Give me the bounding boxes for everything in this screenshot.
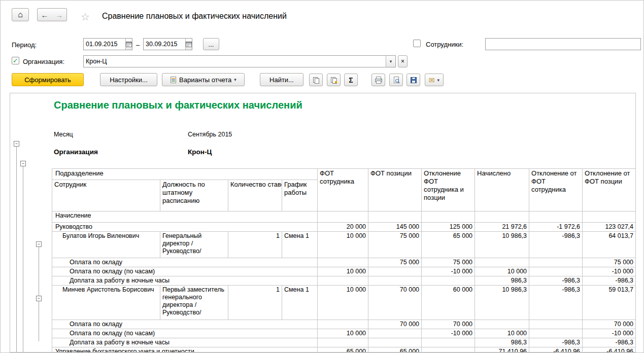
cell[interactable]: -986,3 [529,338,583,347]
cell[interactable]: 10 000 [318,286,368,320]
cell[interactable]: 75 000 [368,232,422,258]
cell[interactable]: 70 000 [583,320,636,329]
cell-department[interactable]: Управление бухгалтерского учета и отчетн… [52,347,318,353]
cell[interactable] [318,338,368,347]
save-button[interactable] [406,74,420,86]
cell[interactable]: -986,3 [583,276,636,286]
cell[interactable]: 70 000 [422,320,475,329]
cell-position[interactable]: Генеральный директор /Руководство/ [160,232,228,258]
cell[interactable]: 64 013,7 [583,232,636,258]
collapse-icon[interactable]: − [20,161,26,166]
col-header-schedule[interactable]: График работы [282,180,318,211]
cell[interactable]: 65 000 [318,347,368,353]
cell[interactable]: -10 000 [422,329,475,338]
cell[interactable]: 986,3 [475,338,529,347]
cell[interactable] [318,258,368,267]
col-header-employee[interactable]: Сотрудник [52,180,160,211]
collapse-icon[interactable]: − [36,241,42,247]
cell[interactable]: -986,3 [529,286,583,320]
period-more-button[interactable]: ... [203,38,219,50]
section-header-accrual[interactable]: Начисление [52,211,318,223]
col-header-accrued[interactable]: Начислено [475,169,529,211]
cell[interactable] [529,329,583,338]
cell[interactable]: -10 000 [583,267,636,276]
col-header-dev-from-fot-position[interactable]: Отклонение от ФОТ позции [583,169,636,211]
employees-input[interactable] [486,39,640,50]
cell-schedule[interactable]: Смена 1 [282,232,318,258]
cell-position[interactable]: Первый заместитель генерального директор… [160,286,228,320]
cell[interactable]: 10 986,3 [475,286,529,320]
cell[interactable]: 145 000 [368,223,422,232]
cell[interactable]: 125 000 [422,223,475,232]
organization-checkbox[interactable]: ✓ [12,57,19,64]
cell-accrual[interactable]: Доплата за работу в ночные часы [52,276,318,286]
cell[interactable] [318,320,368,329]
cell[interactable]: -6 410,96 [529,347,583,353]
date-from-calendar-button[interactable] [125,39,132,50]
find-button[interactable]: Найти... [260,73,303,86]
col-header-deviation-fot[interactable]: Отклонение ФОТ сотрудника и позции [422,169,475,211]
cell[interactable]: 10 000 [475,329,529,338]
cell[interactable]: -6 410,96 [583,347,636,353]
cell-accrual[interactable]: Оплата по окладу (по часам) [52,267,318,276]
back-button[interactable]: ← [37,8,52,21]
cell[interactable]: 123 027,4 [583,223,636,232]
generate-button[interactable]: Сформировать [12,73,84,86]
collapse-icon[interactable]: − [14,141,19,147]
cell-rate[interactable]: 1 [228,232,282,258]
cell-empty[interactable] [368,211,422,223]
settings-button[interactable]: Настройки... [100,73,157,86]
date-to-input[interactable] [144,39,185,50]
cell[interactable] [368,276,422,286]
organization-clear-button[interactable]: × [398,55,408,67]
col-header-fot-position[interactable]: ФОТ позиции [368,169,422,211]
cell[interactable] [529,320,583,329]
cell[interactable] [368,338,422,347]
cell[interactable] [529,258,583,267]
cell[interactable]: 65 000 [368,347,422,353]
cell-rate[interactable]: 1 [228,286,282,320]
cell-empty[interactable] [583,211,636,223]
cell[interactable] [422,338,475,347]
cell-accrual[interactable]: Оплата по окладу [52,258,318,267]
cell-empty[interactable] [529,211,583,223]
cell-empty[interactable] [422,211,475,223]
cell[interactable]: -986,3 [529,276,583,286]
cell[interactable]: 60 000 [422,286,475,320]
print-preview-button[interactable] [389,74,403,86]
col-header-department[interactable]: Подразделение [52,169,318,180]
cell[interactable]: -986,3 [529,232,583,258]
cell-schedule[interactable]: Смена 1 [282,286,318,320]
col-header-fot-employee[interactable]: ФОТ сотрудника [318,169,368,211]
copy-button[interactable] [309,74,323,86]
cell-accrual[interactable]: Оплата по окладу [52,320,318,329]
cell[interactable] [318,276,368,286]
cell[interactable]: 10 986,3 [475,232,529,258]
cell-empty[interactable] [318,211,368,223]
col-header-position[interactable]: Должность по штатному расписанию [160,180,228,211]
favorites-star-icon[interactable]: ☆ [81,11,90,23]
cell[interactable]: 75 000 [422,258,475,267]
organization-dropdown-button[interactable]: ▾ [386,56,395,67]
cell[interactable]: 10 000 [318,267,368,276]
cell-employee[interactable]: Минчев Аристотель Борисович [52,286,160,320]
cell[interactable]: 75 000 [368,258,422,267]
forward-button[interactable]: → [52,8,67,21]
cell[interactable]: 20 000 [318,223,368,232]
cell[interactable]: 70 000 [368,320,422,329]
autosum-button[interactable]: Σ [344,74,358,86]
cell[interactable]: 10 000 [318,232,368,258]
cell[interactable]: 71 410,96 [475,347,529,353]
cell[interactable]: 21 972,6 [475,223,529,232]
col-header-rate[interactable]: Количество ставок [228,180,282,211]
cell[interactable] [422,347,475,353]
cell-employee[interactable]: Булатов Игорь Виленович [52,232,160,258]
cell[interactable] [422,276,475,286]
cell[interactable]: 10 000 [318,329,368,338]
home-button[interactable]: ⌂ [12,8,29,21]
report-variants-button[interactable]: Варианты отчета ▾ [162,73,245,86]
cell[interactable] [475,320,529,329]
organization-input[interactable] [84,56,386,67]
send-email-button[interactable]: ✉ ▾ [425,74,444,86]
collapse-icon[interactable]: − [36,296,42,301]
